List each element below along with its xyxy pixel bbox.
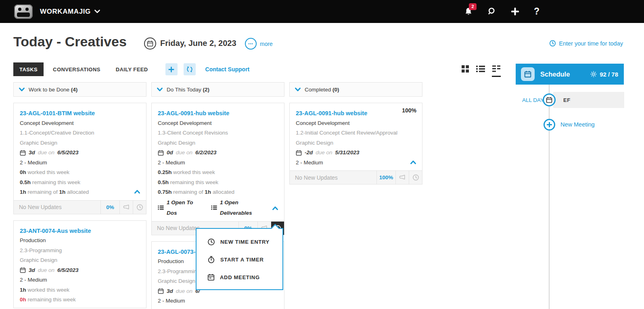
open-todos-link[interactable]: 1 Open To Dos xyxy=(167,197,203,218)
due-date: 6/5/2023 xyxy=(57,148,79,158)
quick-add-button[interactable] xyxy=(511,8,519,15)
due-date: 6/5/2023 xyxy=(57,265,79,276)
logo-eye xyxy=(18,8,21,11)
grid-view-icon[interactable] xyxy=(461,65,469,77)
all-day-event[interactable]: EF xyxy=(553,92,624,108)
column-header[interactable]: Do This Today (2) xyxy=(151,82,284,97)
chevron-down-icon xyxy=(94,10,100,13)
hours-line: 0.25h worked this week xyxy=(158,168,278,178)
calendar-icon xyxy=(20,267,26,273)
column-count: (0) xyxy=(332,87,339,93)
due-on-label: due on xyxy=(176,286,192,297)
column-count: (4) xyxy=(71,87,78,93)
all-day-label: ALL DAY xyxy=(522,97,544,103)
tab-daily-feed[interactable]: DAILY FEED xyxy=(110,62,154,76)
add-task-button[interactable] xyxy=(165,63,178,75)
enter-time-link[interactable]: Enter your time for today xyxy=(549,40,623,47)
priority-label: 2 - Medium xyxy=(158,296,278,306)
phase-label: Concept Development xyxy=(20,118,140,129)
tab-tasks[interactable]: TASKS xyxy=(13,62,44,76)
calendar-icon xyxy=(20,150,26,156)
refresh-button[interactable] xyxy=(184,63,196,75)
event-calendar-icon[interactable] xyxy=(543,93,556,106)
column-work-to-be-done: Work to be Done (4) 23-AGL-0101-BTIM web… xyxy=(13,82,146,308)
new-meeting-link[interactable]: New Meeting xyxy=(560,121,595,128)
collapse-chevron-up-icon[interactable] xyxy=(134,190,140,194)
column-header[interactable]: Work to be Done (4) xyxy=(13,82,146,97)
list-icon xyxy=(211,205,217,210)
menu-item-start-a-timer[interactable]: START A TIMER xyxy=(197,254,282,265)
calendar-icon xyxy=(158,288,164,294)
project-link[interactable]: 23-AGL-0091-hub website xyxy=(296,108,416,118)
new-meeting-plus-icon[interactable] xyxy=(544,119,555,131)
topbar-icon-group: 2 ? xyxy=(464,0,539,23)
task-label: 2.3-Programming xyxy=(20,246,140,256)
column-view-icon[interactable] xyxy=(492,65,501,77)
menu-item-add-meeting[interactable]: ADD MEETING xyxy=(197,272,282,283)
chevron-down-icon xyxy=(157,87,163,91)
help-button[interactable]: ? xyxy=(534,7,539,16)
due-date: 6/2/2023 xyxy=(195,148,217,158)
percent-complete-button[interactable]: 0% xyxy=(100,201,119,214)
hours-line: 0h remaining this week xyxy=(20,295,140,305)
priority-label: 2 - Medium xyxy=(158,158,278,168)
more-options-button[interactable]: ••• xyxy=(245,38,257,50)
task-label: 1.3-Client Concept Revisions xyxy=(158,128,278,138)
refresh-icon xyxy=(186,66,193,73)
open-deliverables-link[interactable]: 1 Open Deliverables xyxy=(220,197,270,218)
schedule-calendar-icon xyxy=(521,67,535,81)
hours-line: 1h remaining of 1h allocated xyxy=(20,187,140,197)
collapse-chevron-up-icon[interactable] xyxy=(410,160,416,164)
hours-line: 0h worked this week xyxy=(158,306,278,309)
task-label: 1.1-Concept/Creative Direction xyxy=(20,128,140,138)
clock-icon xyxy=(136,204,143,211)
project-link[interactable]: 23-ANT-0074-Aus website xyxy=(20,226,140,236)
search-button[interactable] xyxy=(488,7,496,16)
view-toggle-group xyxy=(461,65,501,77)
task-card: 100% 23-AGL-0091-hub website Concept Dev… xyxy=(289,103,422,185)
column-title: Work to be Done xyxy=(29,87,69,93)
workamajig-logo-icon[interactable] xyxy=(14,4,33,19)
plus-icon xyxy=(511,8,519,15)
update-input[interactable]: No New Updates xyxy=(290,171,376,184)
percent-complete-button[interactable]: 100% xyxy=(376,171,395,184)
time-menu-button[interactable] xyxy=(409,171,422,184)
phase-label: Concept Development xyxy=(296,118,416,129)
list-view-icon[interactable] xyxy=(476,65,485,77)
schedule-hours-score: 92 / 78 xyxy=(590,71,618,78)
project-link[interactable]: 23-AGL-0101-BTIM website xyxy=(20,108,140,118)
megaphone-icon[interactable] xyxy=(395,171,409,184)
tab-conversations[interactable]: CONVERSATIONS xyxy=(47,62,107,76)
timer-icon xyxy=(207,256,215,263)
more-label[interactable]: more xyxy=(260,41,273,47)
column-completed: Completed (0) 100% 23-AGL-0091-hub websi… xyxy=(289,82,422,185)
plus-icon xyxy=(168,66,174,73)
column-count: (2) xyxy=(203,87,210,93)
priority-label: 2 - Medium xyxy=(296,158,416,168)
update-input[interactable]: No New Updates xyxy=(14,201,100,214)
due-on-label: due on xyxy=(38,265,54,276)
logo-eye xyxy=(25,8,29,11)
project-link[interactable]: 23-AGL-0091-hub website xyxy=(158,108,278,118)
service-label: Graphic Design xyxy=(296,138,416,148)
notifications-button[interactable]: 2 xyxy=(464,7,473,17)
schedule-panel-header[interactable]: Schedule 92 / 78 xyxy=(516,64,624,85)
card-footer: No New Updates 100% xyxy=(290,170,422,184)
contact-support-link[interactable]: Contact Support xyxy=(205,66,250,73)
due-days: 0d xyxy=(167,148,173,158)
hours-line: 0.5h remaining this week xyxy=(20,178,140,188)
phase-label: Production xyxy=(20,236,140,246)
menu-item-new-time-entry[interactable]: NEW TIME ENTRY xyxy=(197,236,282,247)
logo-mouth xyxy=(17,12,30,17)
service-label: Graphic Design xyxy=(20,138,140,148)
collapse-chevron-up-icon[interactable] xyxy=(272,206,278,210)
due-row: 3d due on 6/5/2023 xyxy=(20,265,140,276)
priority-label: 2 - Medium xyxy=(20,275,140,285)
time-menu-button[interactable] xyxy=(133,201,146,214)
column-header[interactable]: Completed (0) xyxy=(289,82,422,97)
clock-icon xyxy=(207,238,215,246)
megaphone-icon[interactable] xyxy=(119,201,133,214)
brand-menu[interactable]: WORKAMAJIG xyxy=(40,8,100,16)
calendar-circle-icon[interactable] xyxy=(144,37,156,50)
calendar-icon xyxy=(296,150,302,156)
